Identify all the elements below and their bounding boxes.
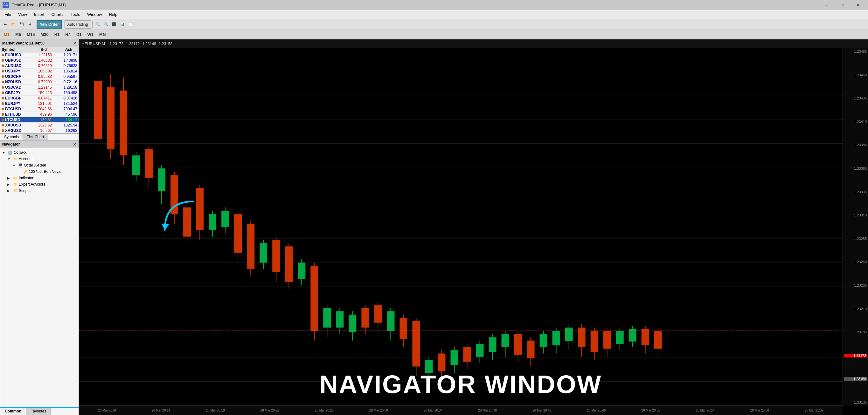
tf-h4[interactable]: H4 [63,31,73,38]
nav-expand-icon: ▶ [7,189,12,193]
chart-high: 1.23172 [126,42,140,46]
tf-mn[interactable]: MN [97,31,108,38]
market-watch-row[interactable]: AUDUSD0.766190.76633 [0,63,79,69]
market-watch-close-button[interactable]: ✕ [73,41,76,46]
templates-button[interactable]: 📄 [127,20,134,29]
market-watch-row[interactable]: GBPJPY150.423150.458 [0,90,79,96]
toolbar: ⬅ 📂 💾 🖨 New Order AutoTrading 🔍 🔍 ⬛ 📊 📄 [0,19,868,30]
zoom-in-button[interactable]: 🔍 [94,20,101,29]
market-watch-row[interactable]: GBPUSD1.408821.40898 [0,58,79,63]
menu-item-insert[interactable]: Insert [31,11,48,19]
symbol-dot-icon [2,124,4,127]
nav-tree-item[interactable]: ▶📁Expert Advisors [1,181,78,187]
tf-m30[interactable]: M30 [38,31,51,38]
market-watch-row[interactable]: XAGUSD16.26716.298 [0,128,79,134]
market-watch-row[interactable]: EURJPY131.501131.524 [0,101,79,106]
print-button[interactable]: 🖨 [26,20,34,29]
nav-tree-item[interactable]: ▼📁Accounts [1,156,78,162]
price-label-14: 1.23158 [844,377,867,381]
separator-3 [92,21,93,28]
symbol-name: ETHUSD [5,112,21,116]
time-label-11: 28 Mar 20:54 [696,409,715,412]
time-label-1: 28 Mar 20:14 [151,409,170,412]
bid-price: 150.423 [26,91,52,95]
bid-price: 1.40882 [26,58,52,63]
market-watch-row[interactable]: ETHUSD439.96457.96 [0,112,79,117]
nav-item-label: 123456: Ben Nevis [29,169,61,174]
menu-item-view[interactable]: View [15,11,30,19]
new-order-button[interactable]: New Order [37,20,62,29]
menu-item-window[interactable]: Window [84,11,105,19]
navigator: Navigator ✕ ▼🏢OctaFX▼📁Accounts▼🖥️OctaFX-… [0,140,79,415]
restore-button[interactable]: □ [835,1,849,9]
svg-rect-58 [361,308,369,327]
open-button[interactable]: 📂 [9,20,17,29]
symbol-name: USDCHF [5,74,21,79]
market-watch-row[interactable]: USDCAD1.291451.29158 [0,85,79,90]
nav-tree-item[interactable]: ▶📁Scripts [1,187,78,194]
tab-common[interactable]: Common [0,408,26,415]
tf-m1[interactable]: M1 [1,31,12,38]
svg-rect-68 [425,360,433,373]
minimize-button[interactable]: ─ [819,1,834,9]
bid-price: 1325.62 [26,123,52,128]
menu-item-charts[interactable]: Charts [48,11,66,19]
menu-item-file[interactable]: File [1,11,14,19]
market-watch-row[interactable]: XAUUSD1325.621325.94 [0,123,79,128]
market-watch-row[interactable]: LTCUSD130.51134.17 [0,117,79,123]
svg-rect-98 [616,331,624,344]
close-button[interactable]: ✕ [851,1,865,9]
ask-price: 150.458 [52,91,77,95]
tab-tick-chart[interactable]: Tick Chart [23,134,48,140]
market-watch-row[interactable]: EURUSD1.231581.23171 [0,53,79,58]
tf-d1[interactable]: D1 [74,31,84,38]
svg-rect-20 [120,91,127,155]
market-watch-row[interactable]: USDJPY106.802106.814 [0,69,79,74]
timeframe-toolbar: M1 M5 M15 M30 H1 H4 D1 W1 MN [0,30,868,39]
autotrading-button[interactable]: AutoTrading [65,20,91,29]
chart-area[interactable]: ▼ EURUSD,M1 1.23172 1.23172 1.23148 1.23… [79,39,868,415]
svg-rect-104 [654,331,662,349]
price-label-12: 1.23185 [844,330,867,334]
price-label-3: 1.23410 [844,120,867,124]
candle-chart [79,48,842,406]
tf-m5[interactable]: M5 [13,31,24,38]
indicators-button[interactable]: 📊 [119,20,126,29]
nav-tree-item[interactable]: ▶📁Indicators [1,175,78,181]
tf-w1[interactable]: W1 [85,31,96,38]
bid-price: 1.29145 [26,85,52,90]
market-watch-row[interactable]: USDCHF0.955830.95597 [0,74,79,79]
navigator-close-button[interactable]: ✕ [73,142,76,147]
svg-rect-102 [642,329,649,345]
nav-tree-item[interactable]: ▼🖥️OctaFX-Real [1,162,78,168]
menu-item-tools[interactable]: Tools [67,11,83,19]
app-icon: CC [3,2,9,8]
zoom-out-button[interactable]: 🔍 [102,20,110,29]
chart-symbol-info: EURUSD,M1 1.23172 1.23172 1.23148 1.2315… [85,42,173,46]
market-watch-row[interactable]: BTCUSD7842.667996.47 [0,106,79,112]
symbol-dot-icon [2,102,4,105]
bid-price: 0.76619 [26,64,52,68]
separator-2 [63,21,63,28]
new-arrow-button[interactable]: ⬅ [1,20,9,29]
price-label-5: 1.23360 [844,167,867,170]
navigator-header: Navigator ✕ [0,140,79,148]
save-button[interactable]: 💾 [18,20,26,29]
market-watch-row[interactable]: EURGBP0.874110.87426 [0,96,79,101]
bid-price: 131.501 [26,101,52,106]
tf-h1[interactable]: H1 [52,31,62,38]
nav-tree-item[interactable]: ▼🏢OctaFX [1,149,78,156]
svg-rect-24 [145,149,153,178]
chart-type-button[interactable]: ⬛ [111,20,118,29]
symbol-dot-icon [2,81,4,83]
price-label-1: 1.23460 [844,73,867,77]
tf-m15[interactable]: M15 [24,31,37,38]
time-scale: 28 Mar 2018 28 Mar 20:14 28 Mar 20:18 28… [79,406,842,415]
nav-tree-item[interactable]: 🔑123456: Ben Nevis [1,168,78,175]
tab-symbols[interactable]: Symbols [0,134,23,140]
tab-favorites[interactable]: Favorites [26,408,51,415]
svg-rect-78 [489,337,496,352]
ask-price: 0.76633 [52,64,77,68]
market-watch-row[interactable]: NZDUSD0.720930.72116 [0,79,79,85]
menu-item-help[interactable]: Help [105,11,121,19]
